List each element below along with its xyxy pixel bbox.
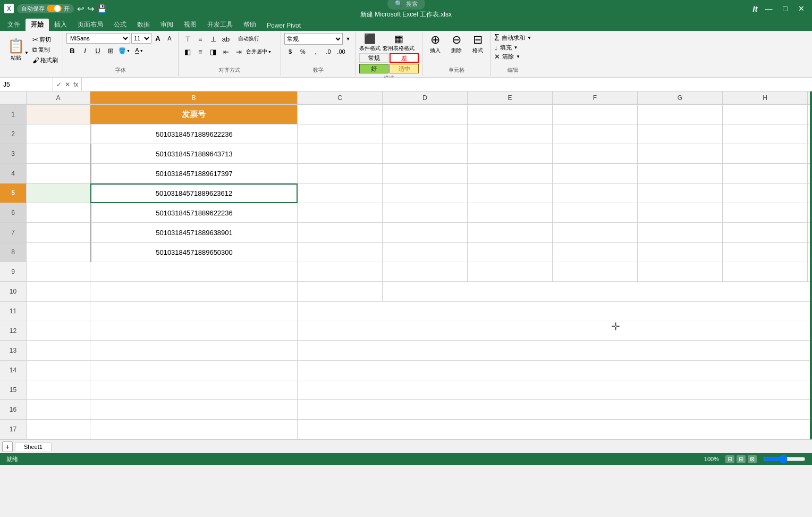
- cut-button[interactable]: ✂ 剪切: [31, 35, 60, 44]
- autosum-dropdown[interactable]: ▼: [527, 36, 531, 40]
- cell-f6[interactable]: [553, 203, 638, 223]
- fill-label[interactable]: 填充: [500, 44, 512, 52]
- merge-dropdown[interactable]: ▼: [268, 50, 272, 54]
- tab-data[interactable]: 数据: [132, 19, 155, 31]
- cell-b13[interactable]: [90, 341, 298, 361]
- cell-c7[interactable]: [298, 223, 383, 243]
- cell-a12[interactable]: [27, 321, 90, 341]
- cell-c4[interactable]: [298, 164, 383, 184]
- autosum-label[interactable]: 自动求和: [502, 34, 525, 42]
- tab-developer[interactable]: 开发工具: [202, 19, 238, 31]
- row-num-12[interactable]: 12: [0, 321, 27, 341]
- col-header-h[interactable]: H: [723, 91, 808, 104]
- insert-cells-button[interactable]: ⊕ 插入: [426, 33, 445, 54]
- copy-button[interactable]: ⧉ 复制: [31, 45, 60, 55]
- col-header-a[interactable]: A: [27, 91, 90, 104]
- style-hao[interactable]: 好: [359, 64, 388, 73]
- border-button[interactable]: ⊞: [105, 45, 116, 56]
- cell-g5[interactable]: [638, 184, 723, 203]
- row-num-16[interactable]: 16: [0, 400, 27, 420]
- cell-reference-box[interactable]: J5: [0, 78, 53, 91]
- increase-indent-button[interactable]: ⇥: [233, 46, 244, 57]
- cell-g1[interactable]: [638, 105, 723, 124]
- cell-c1[interactable]: [298, 105, 383, 124]
- cell-f3[interactable]: [553, 144, 638, 164]
- cell-a14[interactable]: [27, 361, 90, 380]
- cell-b15[interactable]: [90, 380, 298, 400]
- cell-g7[interactable]: [638, 223, 723, 243]
- cell-h6[interactable]: [723, 203, 808, 223]
- cell-c9[interactable]: [298, 262, 383, 282]
- cell-g9[interactable]: [638, 262, 723, 282]
- row-num-1[interactable]: 1: [0, 105, 27, 124]
- col-header-g[interactable]: G: [638, 91, 723, 104]
- autosave-toggle-track[interactable]: [47, 5, 62, 12]
- paste-button[interactable]: 📋 粘贴 ▼: [3, 35, 29, 65]
- cell-b5-active[interactable]: 50103184571889623612: [90, 184, 298, 203]
- cell-a13[interactable]: [27, 341, 90, 361]
- row-num-11[interactable]: 11: [0, 302, 27, 321]
- cell-f9[interactable]: [553, 262, 638, 282]
- row-num-13[interactable]: 13: [0, 341, 27, 361]
- tab-power-pivot[interactable]: Power Pivot: [261, 20, 306, 31]
- cell-e8[interactable]: [468, 243, 553, 262]
- align-top-button[interactable]: ⊤: [182, 33, 193, 45]
- cell-f1[interactable]: [553, 105, 638, 124]
- italic-button[interactable]: I: [79, 45, 91, 56]
- cell-g3[interactable]: [638, 144, 723, 164]
- style-cha[interactable]: 差: [390, 53, 419, 63]
- cell-b4[interactable]: 50103184571889617397: [90, 164, 298, 184]
- decrease-indent-button[interactable]: ⇤: [220, 46, 232, 57]
- cell-b17[interactable]: [90, 420, 298, 439]
- cell-a10[interactable]: [27, 282, 90, 302]
- style-normal[interactable]: 常规: [359, 53, 388, 63]
- cell-b1[interactable]: 发票号: [90, 105, 298, 124]
- cell-b12[interactable]: [90, 321, 298, 341]
- text-orient-button[interactable]: ab: [220, 33, 232, 45]
- row-num-14[interactable]: 14: [0, 361, 27, 380]
- cell-b10[interactable]: [90, 282, 298, 302]
- cell-d1[interactable]: [383, 105, 468, 124]
- row-num-7[interactable]: 7: [0, 223, 27, 243]
- cell-f7[interactable]: [553, 223, 638, 243]
- formula-input[interactable]: [82, 78, 812, 91]
- insert-function-icon[interactable]: fx: [73, 81, 78, 88]
- cell-a15[interactable]: [27, 380, 90, 400]
- increase-decimal-button[interactable]: .00: [335, 46, 347, 57]
- cell-e1[interactable]: [468, 105, 553, 124]
- cell-d6[interactable]: [383, 203, 468, 223]
- cell-a16[interactable]: [27, 400, 90, 420]
- cell-b6[interactable]: 50103184571889622236: [90, 203, 298, 223]
- number-format-select[interactable]: 常规: [284, 33, 343, 45]
- tab-review[interactable]: 审阅: [155, 19, 179, 31]
- align-middle-button[interactable]: ≡: [194, 33, 206, 45]
- wrap-text-button[interactable]: 自动换行: [233, 33, 265, 45]
- cell-remaining-16[interactable]: [298, 400, 812, 420]
- minimize-button[interactable]: —: [762, 3, 776, 14]
- cell-d7[interactable]: [383, 223, 468, 243]
- col-header-e[interactable]: E: [468, 91, 553, 104]
- cell-e5[interactable]: [468, 184, 553, 203]
- cell-remaining-17[interactable]: [298, 420, 812, 439]
- cell-d9[interactable]: [383, 262, 468, 282]
- cell-b11[interactable]: [90, 302, 298, 321]
- zoom-slider[interactable]: [763, 455, 806, 463]
- cell-b3[interactable]: 50103184571889643713: [90, 144, 298, 164]
- cell-d4[interactable]: [383, 164, 468, 184]
- clear-dropdown[interactable]: ▼: [516, 54, 520, 59]
- cell-remaining-13[interactable]: [298, 341, 812, 361]
- cell-remaining-10[interactable]: [383, 282, 812, 302]
- tab-home[interactable]: 开始: [26, 19, 49, 31]
- sheet-tab-1[interactable]: Sheet1: [15, 442, 52, 451]
- row-num-4[interactable]: 4: [0, 164, 27, 184]
- fill-dropdown[interactable]: ▼: [126, 49, 130, 53]
- tab-file[interactable]: 文件: [2, 19, 26, 31]
- cell-e2[interactable]: [468, 124, 553, 144]
- cell-b2[interactable]: 50103184571889622236: [90, 124, 298, 144]
- formula-cancel-icon[interactable]: ✕: [65, 81, 70, 88]
- cell-a5[interactable]: [27, 184, 90, 203]
- formula-check-icon[interactable]: ✓: [56, 81, 62, 88]
- cell-g4[interactable]: [638, 164, 723, 184]
- number-format-dropdown[interactable]: ▼: [344, 33, 352, 45]
- cell-e9[interactable]: [468, 262, 553, 282]
